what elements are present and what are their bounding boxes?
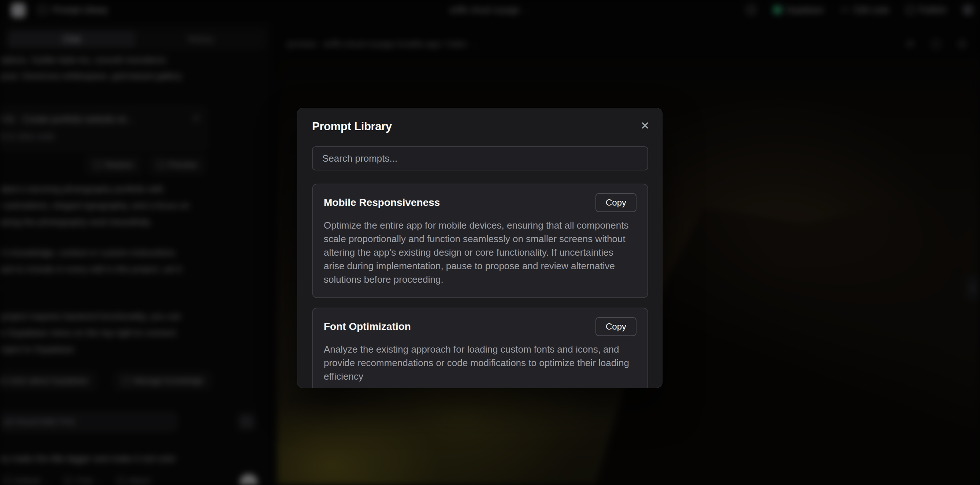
modal-title: Prompt Library [312, 120, 392, 133]
copy-button[interactable]: Copy [595, 193, 636, 212]
screen: Prompt Library ariffs cloud voyage ⌄ Sup… [0, 0, 980, 485]
prompt-list: Mobile Responsiveness Copy Optimize the … [312, 184, 648, 388]
prompt-card: Font Optimization Copy Analyze the exist… [312, 307, 648, 388]
prompt-library-modal: Prompt Library ✕ Mobile Responsiveness C… [297, 108, 662, 388]
prompt-title: Font Optimization [324, 321, 411, 333]
prompt-description: Optimize the entire app for mobile devic… [324, 219, 636, 286]
prompt-title: Mobile Responsiveness [324, 197, 440, 209]
close-icon[interactable]: ✕ [641, 119, 650, 132]
prompt-card: Mobile Responsiveness Copy Optimize the … [312, 184, 648, 298]
search-input[interactable] [312, 146, 648, 170]
prompt-description: Analyze the existing approach for loadin… [324, 343, 636, 383]
copy-button[interactable]: Copy [595, 317, 636, 336]
